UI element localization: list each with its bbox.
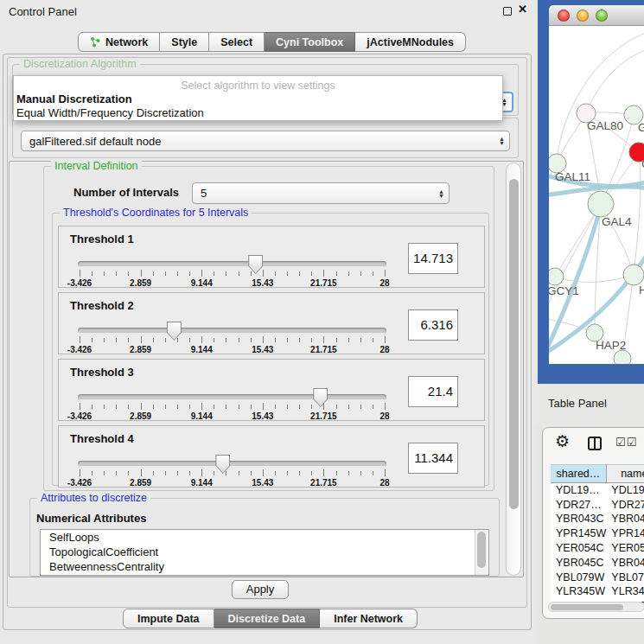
table-row[interactable]: YDR27… YDR27… xyxy=(551,497,644,512)
table-row[interactable]: YBR043C YBR043C xyxy=(551,512,644,526)
apply-button[interactable]: Apply xyxy=(232,580,289,599)
numerical-attribute-item[interactable]: TopologicalCoefficient xyxy=(41,545,488,559)
numerical-attribute-item[interactable]: BetweennessCentrality xyxy=(41,559,488,574)
scale-label: -3.426 xyxy=(67,278,92,288)
node-label: GAL4 xyxy=(602,215,632,228)
tab[interactable]: Select xyxy=(209,32,265,52)
numerical-attributes-label: Numerical Attributes xyxy=(36,512,146,525)
network-view-window[interactable]: GAL80GACGAL11GAL4GCY1HHAP2 xyxy=(538,0,644,384)
cell-name[interactable]: YDR27… xyxy=(606,497,644,512)
tab[interactable]: Impute Data xyxy=(123,609,214,628)
scale-label: 28 xyxy=(379,278,389,288)
algorithm-menu-item-label: Equal Width/Frequency Discretization xyxy=(16,106,204,119)
cell-name[interactable]: YBR045C xyxy=(606,555,644,570)
scale-label: 9.144 xyxy=(191,278,213,288)
number-of-intervals-value: 5 xyxy=(201,187,207,200)
column-header-shared-name[interactable]: shared… xyxy=(551,465,606,483)
network-node[interactable] xyxy=(623,265,644,285)
network-node[interactable] xyxy=(588,191,614,217)
bottom-tab-bar: Impute Data Discretize Data Infer Networ xyxy=(123,609,418,628)
cell-shared-name[interactable]: YPR145W xyxy=(551,526,606,541)
scale-label: 9.144 xyxy=(191,478,213,488)
network-edge[interactable] xyxy=(557,33,644,163)
close-window-icon[interactable] xyxy=(558,10,570,22)
cell-shared-name[interactable]: YBR043C xyxy=(551,512,606,526)
network-node[interactable] xyxy=(614,350,631,364)
scale-label: 21.715 xyxy=(310,345,337,354)
cell-shared-name[interactable]: YLR345W xyxy=(551,584,606,599)
cell-name[interactable]: YER054C xyxy=(606,541,644,556)
numerical-attribute-item[interactable]: SelfLoops xyxy=(41,530,488,545)
cell-shared-name[interactable]: YDR27… xyxy=(551,497,606,512)
attributes-scrollbar-thumb[interactable] xyxy=(477,532,486,568)
scale-label: 15.43 xyxy=(252,278,273,288)
network-window-titlebar[interactable] xyxy=(549,5,644,26)
algorithm-menu-item[interactable]: Equal Width/Frequency Discretization xyxy=(16,106,501,120)
table-data-combobox[interactable]: galFiltered.sif default node ▲▼ xyxy=(21,131,510,151)
horizontal-scrollbar[interactable] xyxy=(548,602,644,612)
scale-label: 9.144 xyxy=(191,345,213,354)
network-canvas[interactable]: GAL80GACGAL11GAL4GCY1HHAP2 xyxy=(549,26,644,364)
cell-name[interactable]: YLR345W xyxy=(606,584,644,599)
table-row[interactable]: YPR145W YPR145W xyxy=(551,526,644,541)
scale-label: 9.144 xyxy=(191,411,213,421)
table-panel-header: Table Panel xyxy=(536,384,644,427)
algorithm-menu-item[interactable]: Manual Discretization xyxy=(16,92,501,106)
network-graph: GAL80GACGAL11GAL4GCY1HHAP2 xyxy=(549,26,644,364)
scale-label: 15.43 xyxy=(252,478,273,488)
cell-name[interactable]: YBR043C xyxy=(606,512,644,526)
table-row[interactable]: YER054C YER054C xyxy=(551,541,644,556)
network-edge[interactable] xyxy=(586,50,644,113)
minimize-window-icon[interactable] xyxy=(577,10,589,22)
tab[interactable]: Cyni Toolbox xyxy=(265,32,355,52)
combo-stepper-icon[interactable]: ▲▼ xyxy=(499,137,505,145)
threshold-value-field[interactable]: 11.344 xyxy=(408,443,458,474)
node-label: GCY1 xyxy=(549,284,579,297)
tab[interactable]: Network xyxy=(78,32,160,52)
cell-shared-name[interactable]: YER054C xyxy=(551,541,606,556)
network-node[interactable] xyxy=(549,268,564,285)
column-header-name[interactable]: name xyxy=(606,465,644,483)
network-edge[interactable] xyxy=(634,152,641,275)
thresholds-group: Threshold's Coordinates for 5 Intervals … xyxy=(52,213,489,486)
close-icon[interactable]: ✕ xyxy=(518,3,527,16)
table-row[interactable]: YLR345W YLR345W xyxy=(551,584,644,599)
number-of-intervals-combobox[interactable]: 5 ▲▼ xyxy=(192,182,450,204)
cell-name[interactable]: YPR145W xyxy=(606,526,644,541)
vertical-scrollbar-thumb[interactable] xyxy=(509,179,519,509)
combo-stepper-icon[interactable]: ▲▼ xyxy=(438,189,444,198)
threshold-value-field[interactable]: 21.4 xyxy=(408,376,458,407)
column-split-icon[interactable] xyxy=(588,437,602,450)
cell-name[interactable]: YDL19… xyxy=(606,483,644,498)
cell-shared-name[interactable]: YBL079W xyxy=(551,570,606,584)
horizontal-scrollbar-thumb[interactable] xyxy=(551,604,623,610)
checkbox-columns-icon[interactable]: ☑☑ xyxy=(615,436,637,449)
threshold-value-field[interactable]: 6.316 xyxy=(408,309,458,341)
tab[interactable]: Infer Network xyxy=(320,609,418,628)
network-edge[interactable] xyxy=(555,275,634,282)
cell-shared-name[interactable]: YDL19… xyxy=(551,483,606,498)
float-window-icon[interactable] xyxy=(503,7,512,16)
tab-label: Discretize Data xyxy=(228,613,306,625)
cell-name[interactable]: YBL079W xyxy=(606,570,644,584)
tab-label: Impute Data xyxy=(137,613,200,625)
tab-label: Style xyxy=(171,36,197,48)
attributes-group-title: Attributes to discretize xyxy=(37,492,150,504)
table-row[interactable]: YBL079W YBL079W xyxy=(551,570,644,584)
tab[interactable]: Style xyxy=(160,32,209,52)
gear-icon[interactable]: ⚙ xyxy=(555,431,570,450)
tab[interactable]: Discretize Data xyxy=(214,609,321,628)
table-panel-container: ⚙ ☑☑ shared… name YDL19… YDL19… YDR27… Y… xyxy=(542,427,644,619)
vertical-scrollbar[interactable] xyxy=(506,163,521,576)
cell-shared-name[interactable]: YBR045C xyxy=(551,555,606,570)
node-attribute-table: shared… name YDL19… YDL19… YDR27… YDR27…… xyxy=(551,464,644,614)
tab[interactable]: jActiveMNodules xyxy=(355,32,466,52)
threshold-value-field[interactable]: 14.713 xyxy=(408,243,458,274)
zoom-window-icon[interactable] xyxy=(596,10,608,22)
scale-label: 15.43 xyxy=(252,345,273,354)
algorithm-menu-item-label: Manual Discretization xyxy=(16,92,132,105)
table-row[interactable]: YDL19… YDL19… xyxy=(551,483,644,498)
threshold-list: Threshold 1 -3.4262.8599.14415.4321.7152… xyxy=(58,226,485,488)
attributes-scrollbar[interactable] xyxy=(475,530,488,575)
table-row[interactable]: YBR045C YBR045C xyxy=(551,555,644,570)
